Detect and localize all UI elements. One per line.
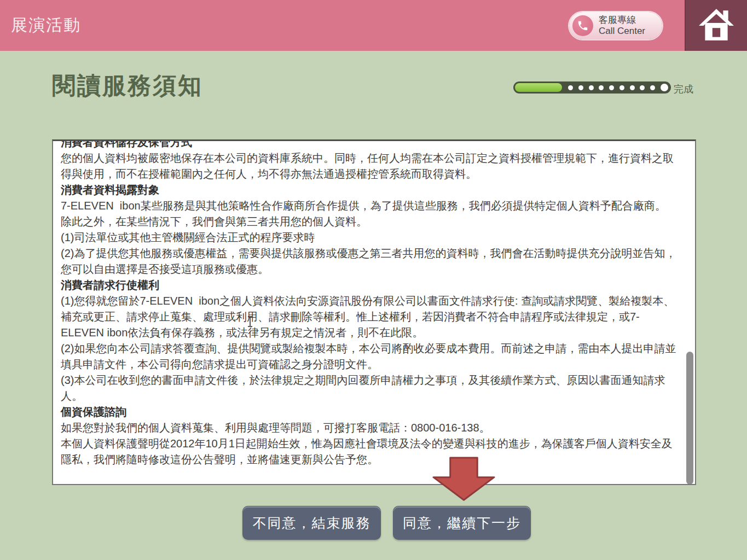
kiosk-screen: 展演活動 客服專線 Call Center 閱讀服務須知 bbox=[0, 0, 747, 560]
call-center-label-zh: 客服專線 bbox=[599, 15, 645, 26]
terms-paragraph: 7-ELEVEN ibon某些服務是與其他策略性合作廠商所合作提供，為了提供這些… bbox=[61, 198, 676, 230]
progress-dot bbox=[589, 85, 594, 90]
phone-icon bbox=[572, 15, 593, 36]
terms-section-heading: 消費者資料揭露對象 bbox=[61, 182, 676, 198]
terms-paragraph: 如果您對於我們的個人資料蒐集、利用與處理等問題，可撥打客服電話：0800-016… bbox=[61, 420, 676, 436]
terms-paragraph: (2)如果您向本公司請求答覆查詢、提供閱覽或製給複製本時，本公司將酌收必要成本費… bbox=[61, 341, 676, 372]
terms-section-heading: 消費者請求行使權利 bbox=[61, 277, 676, 293]
header-bar: 展演活動 客服專線 Call Center bbox=[0, 0, 747, 51]
home-icon bbox=[698, 8, 734, 44]
terms-paragraph: 本個人資料保護聲明從2012年10月1日起開始生效，惟為因應社會環境及法令的變遷… bbox=[61, 436, 676, 468]
down-arrow-icon bbox=[432, 457, 495, 501]
call-center-label: 客服專線 Call Center bbox=[599, 15, 645, 37]
text-ibeam-cursor bbox=[247, 316, 253, 328]
agree-button[interactable]: 同意，繼續下一步 bbox=[393, 506, 531, 540]
progress-fill bbox=[515, 83, 562, 92]
terms-paragraph: (3)本公司在收到您的書面申請文件後，於法律規定之期間內回覆所申請權力之事項，及… bbox=[61, 372, 676, 404]
terms-section-heading: 個資保護諮詢 bbox=[61, 404, 676, 420]
progress-dot bbox=[568, 85, 573, 90]
progress-dot bbox=[650, 85, 655, 90]
disagree-button[interactable]: 不同意，結束服務 bbox=[242, 506, 381, 540]
call-center-label-en: Call Center bbox=[599, 26, 645, 37]
progress-dot bbox=[630, 85, 635, 90]
progress-complete-label: 完成 bbox=[674, 83, 693, 96]
call-center-button[interactable]: 客服專線 Call Center bbox=[569, 12, 662, 39]
terms-paragraph: (2)為了提供您其他服務或優惠權益，需要與提供該服務或優惠之第三者共用您的資料時… bbox=[61, 246, 676, 277]
progress-bar bbox=[513, 81, 671, 94]
terms-paragraph: (1)您得就您留於7-ELEVEN ibon之個人資料依法向安源資訊股份有限公司… bbox=[61, 293, 676, 341]
progress-dot bbox=[640, 85, 645, 90]
terms-paragraph: (1)司法單位或其他主管機關經合法正式的程序要求時 bbox=[61, 230, 676, 246]
progress-dot bbox=[599, 85, 604, 90]
scrollbar-thumb[interactable] bbox=[686, 352, 693, 485]
terms-paragraph: 您的個人資料均被嚴密地保存在本公司的資料庫系統中。同時，任何人均需在本公司訂定之… bbox=[61, 150, 676, 182]
progress-dot bbox=[619, 85, 624, 90]
progress-dots bbox=[568, 81, 668, 94]
page-title: 閱讀服務須知 bbox=[52, 70, 203, 102]
home-button[interactable] bbox=[685, 0, 747, 51]
terms-box[interactable]: 消費者資料儲存及保管方式您的個人資料均被嚴密地保存在本公司的資料庫系統中。同時，… bbox=[52, 139, 696, 485]
terms-content: 消費者資料儲存及保管方式您的個人資料均被嚴密地保存在本公司的資料庫系統中。同時，… bbox=[53, 139, 695, 468]
progress-dot bbox=[578, 85, 583, 90]
progress-dot bbox=[609, 85, 614, 90]
terms-section-heading: 消費者資料儲存及保管方式 bbox=[61, 139, 676, 150]
app-title: 展演活動 bbox=[11, 14, 81, 37]
progress-dot bbox=[661, 84, 668, 91]
